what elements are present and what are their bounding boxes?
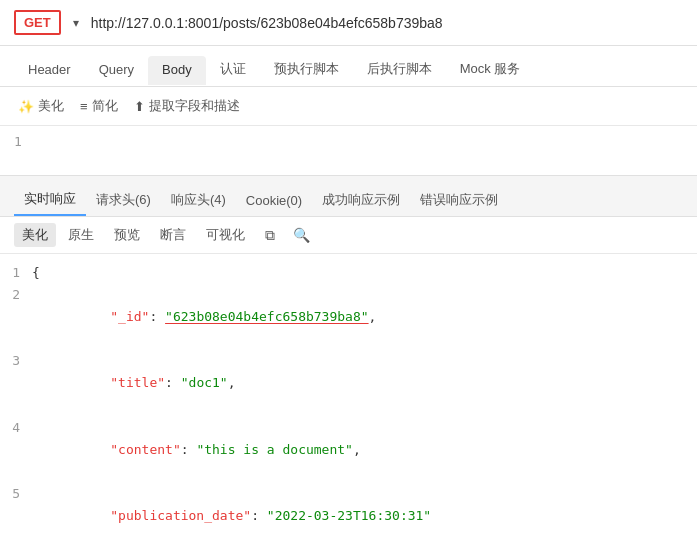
json-line-5: 5 "publication_date": "2022-03-23T16:30:…	[0, 483, 697, 536]
json-colon-2: :	[149, 309, 165, 324]
json-key-id: "_id"	[110, 309, 149, 324]
json-key-content: "content"	[110, 442, 180, 457]
tab-post-script[interactable]: 后执行脚本	[353, 54, 446, 86]
chevron-down-icon: ▾	[73, 16, 79, 30]
tab-body[interactable]: Body	[148, 56, 206, 85]
json-line-2: 2 "_id": "623b08e04b4efc658b739ba8",	[0, 284, 697, 350]
line-num-2: 2	[0, 284, 32, 306]
body-editor[interactable]	[34, 134, 683, 167]
json-value-title: "doc1"	[181, 375, 228, 390]
tab-mock[interactable]: Mock 服务	[446, 54, 535, 86]
line-number: 1	[14, 134, 22, 167]
resp-preview-button[interactable]: 预览	[106, 223, 148, 247]
json-line-4: 4 "content": "this is a document",	[0, 417, 697, 483]
method-button[interactable]: GET	[14, 10, 61, 35]
line-num-3: 3	[0, 350, 32, 372]
simplify-label: 简化	[92, 97, 118, 115]
tab-header[interactable]: Header	[14, 56, 85, 85]
response-tabs: 实时响应 请求头(6) 响应头(4) Cookie(0) 成功响应示例 错误响应…	[0, 176, 697, 217]
search-icon[interactable]: 🔍	[287, 224, 316, 246]
json-key-title: "title"	[110, 375, 165, 390]
resp-beautify-button[interactable]: 美化	[14, 223, 56, 247]
upload-icon: ⬆	[134, 99, 145, 114]
json-value-pubdate: "2022-03-23T16:30:31"	[267, 508, 431, 523]
resp-raw-button[interactable]: 原生	[60, 223, 102, 247]
json-colon-4: :	[181, 442, 197, 457]
json-line-1: 1 {	[0, 262, 697, 284]
json-output: 1 { 2 "_id": "623b08e04b4efc658b739ba8",…	[0, 254, 697, 536]
tab-success-example[interactable]: 成功响应示例	[312, 185, 410, 215]
response-subtoolbar: 美化 原生 预览 断言 可视化 ⧉ 🔍	[0, 217, 697, 254]
tab-query[interactable]: Query	[85, 56, 148, 85]
beautify-button[interactable]: ✨ 美化	[14, 95, 68, 117]
resp-assert-button[interactable]: 断言	[152, 223, 194, 247]
simplify-button[interactable]: ≡ 简化	[76, 95, 122, 117]
copy-icon[interactable]: ⧉	[259, 224, 281, 247]
list-icon: ≡	[80, 99, 88, 114]
tab-error-example[interactable]: 错误响应示例	[410, 185, 508, 215]
body-toolbar: ✨ 美化 ≡ 简化 ⬆ 提取字段和描述	[0, 87, 697, 126]
url-bar: GET ▾	[0, 0, 697, 46]
extract-button[interactable]: ⬆ 提取字段和描述	[130, 95, 244, 117]
json-value-content: "this is a document"	[196, 442, 353, 457]
line-num-1: 1	[0, 262, 32, 284]
json-kv-pubdate: "publication_date": "2022-03-23T16:30:31…	[32, 483, 697, 536]
body-code-area: 1	[0, 126, 697, 176]
request-tabs: Header Query Body 认证 预执行脚本 后执行脚本 Mock 服务	[0, 46, 697, 87]
line-num-4: 4	[0, 417, 32, 439]
tab-request-headers[interactable]: 请求头(6)	[86, 185, 161, 215]
tab-pre-script[interactable]: 预执行脚本	[260, 54, 353, 86]
sparkle-icon: ✨	[18, 99, 34, 114]
json-brace-open: {	[32, 262, 697, 284]
beautify-label: 美化	[38, 97, 64, 115]
line-num-5: 5	[0, 483, 32, 505]
tab-cookie[interactable]: Cookie(0)	[236, 187, 312, 214]
extract-label: 提取字段和描述	[149, 97, 240, 115]
tab-auth[interactable]: 认证	[206, 54, 260, 86]
json-kv-title: "title": "doc1",	[32, 350, 697, 416]
json-kv-id: "_id": "623b08e04b4efc658b739ba8",	[32, 284, 697, 350]
json-colon-3: :	[165, 375, 181, 390]
json-colon-5: :	[251, 508, 267, 523]
json-key-pubdate: "publication_date"	[110, 508, 251, 523]
method-dropdown[interactable]: ▾	[67, 14, 85, 32]
json-value-id: "623b08e04b4efc658b739ba8"	[165, 309, 369, 324]
tab-realtime-response[interactable]: 实时响应	[14, 184, 86, 216]
url-input[interactable]	[91, 15, 683, 31]
resp-visualize-button[interactable]: 可视化	[198, 223, 253, 247]
json-line-3: 3 "title": "doc1",	[0, 350, 697, 416]
tab-response-headers[interactable]: 响应头(4)	[161, 185, 236, 215]
json-kv-content: "content": "this is a document",	[32, 417, 697, 483]
